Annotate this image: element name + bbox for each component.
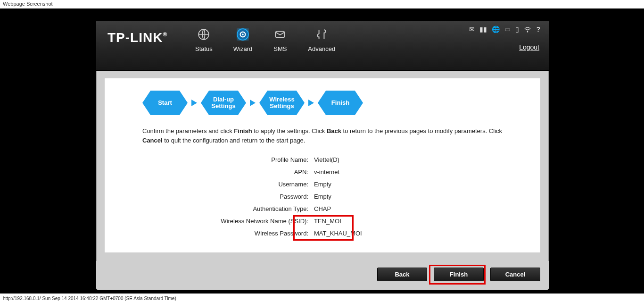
header-bar: TP-LINK® Status Wizard	[96, 21, 549, 71]
finish-button[interactable]: Finish	[434, 268, 484, 281]
brand-logo: TP-LINK®	[107, 30, 167, 45]
arrow-icon	[250, 100, 256, 106]
nav-status[interactable]: Status	[195, 27, 213, 52]
param-apn: APN: v-internet	[180, 166, 503, 178]
instruction-text: Confirm the parameters and click Finish …	[142, 126, 503, 145]
nav-advanced[interactable]: Advanced	[308, 27, 335, 52]
gear-icon	[236, 27, 250, 42]
mail-icon: ✉	[469, 25, 475, 33]
status-tray: ✉ ▮▮ 🌐 ▭ ▯ ?	[469, 25, 540, 33]
nav-wizard[interactable]: Wizard	[233, 27, 252, 52]
svg-point-3	[242, 34, 243, 35]
param-auth-type: Authentication Type: CHAP	[180, 202, 503, 215]
logout-link[interactable]: Logout	[519, 43, 539, 51]
wifi-icon	[524, 26, 531, 33]
svg-point-5	[528, 32, 528, 32]
wizard-button-bar: Back Finish Cancel	[96, 261, 549, 290]
arrow-icon	[191, 100, 197, 106]
router-admin-window: TP-LINK® Status Wizard	[96, 21, 549, 290]
nav-label: Wizard	[233, 45, 252, 52]
param-profile-name: Profile Name: Viettel(D)	[180, 153, 503, 166]
globe-small-icon: 🌐	[492, 25, 500, 33]
nav-sms[interactable]: SMS	[273, 27, 287, 52]
step-finish[interactable]: Finish	[318, 91, 363, 115]
main-nav: Status Wizard SMS	[195, 27, 335, 52]
parameter-summary: Profile Name: Viettel(D) APN: v-internet…	[180, 153, 503, 239]
screenshot-label: Webpage Screenshot	[3, 1, 53, 7]
svg-rect-4	[276, 32, 285, 38]
nav-label: Advanced	[308, 45, 335, 52]
battery-icon: ▭	[504, 25, 511, 33]
nav-label: SMS	[273, 45, 287, 52]
param-username: Username: Empty	[180, 178, 503, 190]
param-ssid: Wireless Network Name (SSID): TEN_MOI	[180, 215, 503, 227]
step-dialup[interactable]: Dial-up Settings	[201, 91, 246, 115]
cancel-button[interactable]: Cancel	[490, 268, 540, 281]
arrow-icon	[308, 100, 314, 106]
wizard-panel: Start Dial-up Settings Wireless Settings…	[105, 78, 540, 252]
step-start[interactable]: Start	[142, 91, 188, 115]
step-wireless[interactable]: Wireless Settings	[259, 91, 305, 115]
param-wireless-password: Wireless Password: MAT_KHAU_MOI	[180, 227, 503, 239]
tools-icon	[314, 27, 329, 42]
param-password: Password: Empty	[180, 190, 503, 202]
envelope-icon	[273, 27, 287, 42]
back-button[interactable]: Back	[377, 268, 427, 281]
globe-icon	[197, 27, 211, 42]
sim-icon: ▯	[515, 25, 519, 33]
nav-label: Status	[195, 45, 213, 52]
footer-url-timestamp: http://192.168.0.1/ Sun Sep 14 2014 16:4…	[3, 296, 176, 301]
help-icon[interactable]: ?	[536, 25, 540, 33]
signal-icon: ▮▮	[479, 25, 487, 33]
wizard-steps: Start Dial-up Settings Wireless Settings…	[142, 91, 503, 115]
